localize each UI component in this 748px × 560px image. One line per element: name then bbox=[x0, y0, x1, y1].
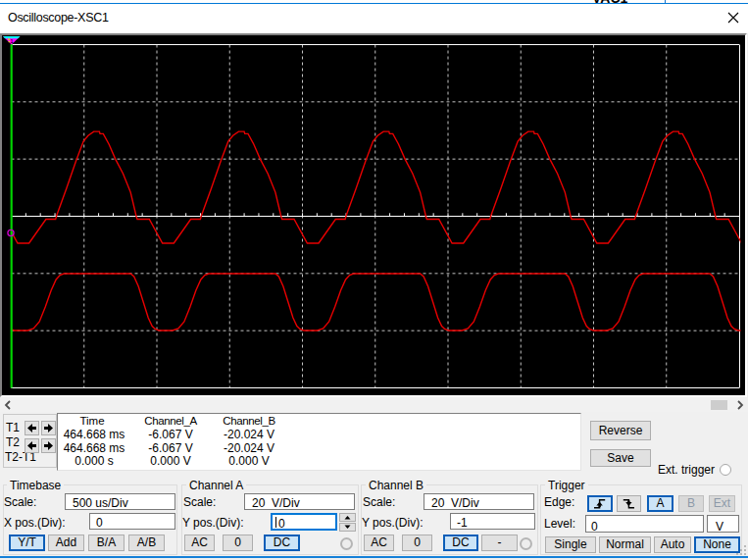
svg-text:1: 1 bbox=[10, 37, 14, 44]
